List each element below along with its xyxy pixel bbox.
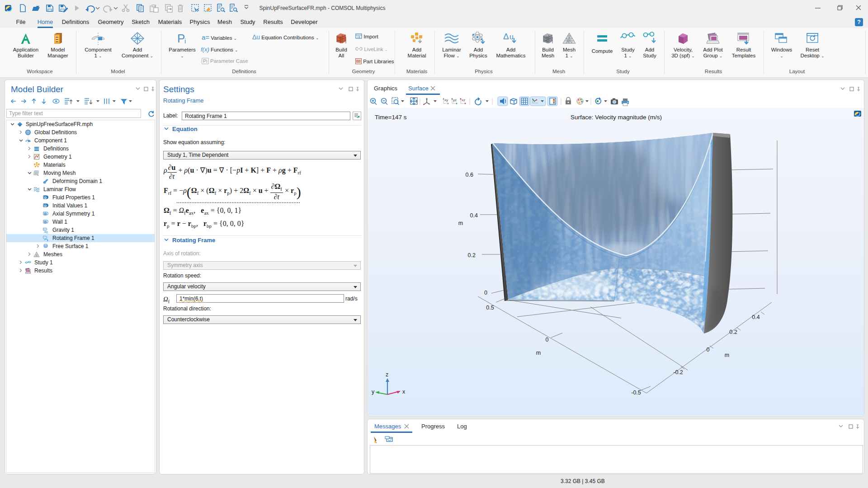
svg-text:D: D	[44, 221, 47, 224]
svg-text:m: m	[536, 350, 541, 356]
svg-text:Time=147 s: Time=147 s	[375, 114, 407, 121]
svg-text:0.2: 0.2	[729, 329, 737, 335]
svg-text:i: i	[184, 37, 186, 45]
svg-text:-0.2: -0.2	[673, 369, 683, 375]
svg-text:P: P	[177, 32, 185, 45]
svg-text:xz: xz	[462, 98, 465, 102]
svg-text:Surface: Velocity magnitude (m: Surface: Velocity magnitude (m/s)	[571, 114, 662, 121]
svg-text:0.5: 0.5	[486, 305, 494, 311]
svg-text:Δ: Δ	[503, 32, 509, 41]
svg-text:0.6: 0.6	[466, 172, 473, 178]
svg-text:0.4: 0.4	[470, 212, 478, 219]
svg-text:z: z	[386, 371, 388, 378]
svg-text:D: D	[44, 212, 47, 216]
svg-text:0: 0	[484, 290, 487, 296]
svg-text:-0.5: -0.5	[631, 389, 641, 396]
svg-text:0: 0	[707, 347, 710, 353]
svg-text:yz: yz	[453, 98, 457, 102]
svg-text:m: m	[458, 220, 463, 226]
svg-text:x: x	[402, 389, 406, 395]
svg-text:y: y	[372, 389, 375, 395]
svg-text:u: u	[509, 33, 514, 41]
svg-text:0: 0	[546, 337, 549, 343]
svg-text:m: m	[725, 352, 729, 358]
svg-text:xy: xy	[444, 98, 448, 102]
svg-text:0.4: 0.4	[752, 314, 760, 320]
svg-text:D: D	[44, 196, 47, 199]
svg-text:0.2: 0.2	[468, 252, 476, 258]
svg-text:D: D	[44, 204, 47, 207]
